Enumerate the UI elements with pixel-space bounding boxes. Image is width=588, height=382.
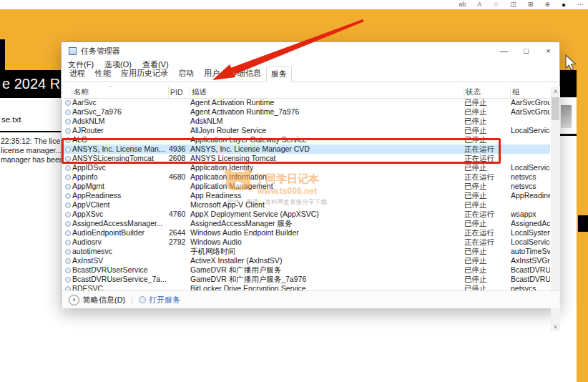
translate-icon[interactable]: ab bbox=[459, 1, 466, 8]
maximize-button[interactable]: □ bbox=[515, 42, 537, 59]
background-divider-line bbox=[0, 131, 61, 132]
cell-description: ANSYS, Inc. License Manager CVD bbox=[190, 145, 464, 154]
service-gear-icon bbox=[65, 156, 71, 162]
table-row[interactable]: AppXSvc4760AppX Deployment Service (AppX… bbox=[64, 210, 550, 219]
table-row[interactable]: ANSYSLicensingTomcat2608ANSYS Licensing … bbox=[64, 154, 550, 163]
table-row[interactable]: AJRouterAllJoyn Router Service已停止LocalSe… bbox=[64, 126, 550, 135]
cell-name: AppMgmt bbox=[72, 182, 169, 191]
scroll-down-icon[interactable]: ∨ bbox=[551, 322, 560, 331]
cell-name: AppReadiness bbox=[72, 191, 169, 200]
service-gear-icon bbox=[65, 137, 71, 143]
cell-name: Audiosrv bbox=[72, 237, 169, 247]
reading-list-icon[interactable]: ◫ bbox=[510, 1, 516, 8]
background-black-block bbox=[560, 70, 577, 97]
cell-group: LocalSystem... bbox=[511, 228, 550, 237]
cell-description: Application Management bbox=[190, 182, 464, 191]
table-row[interactable]: AarSvcAgent Activation Runtime已停止AarSvcG… bbox=[64, 98, 550, 107]
collapse-details-button[interactable]: ∧ bbox=[69, 295, 79, 305]
settings-menu-icon[interactable]: ⋯ bbox=[577, 1, 584, 8]
cell-name: ANSYS, Inc. License Man... bbox=[72, 145, 169, 154]
cell-status: 正在运行 bbox=[464, 172, 511, 182]
cell-status: 已停止 bbox=[464, 191, 511, 200]
tab-应用历史记录[interactable]: 应用历史记录 bbox=[116, 66, 173, 82]
cell-description: AdskNLM bbox=[190, 117, 464, 126]
service-gear-icon bbox=[65, 268, 71, 273]
cell-name: AdskNLM bbox=[72, 117, 169, 126]
table-row[interactable]: BcastDVRUserServiceGameDVR 和广播用户服务已停止Bca… bbox=[64, 265, 550, 275]
table-row[interactable]: AxInstSVActiveX Installer (AxInstSV)已停止A… bbox=[64, 256, 550, 265]
service-gear-icon bbox=[65, 258, 71, 264]
service-gear-icon bbox=[65, 240, 71, 245]
fewer-details-button[interactable]: 简略信息(D) bbox=[83, 295, 125, 305]
column-header-description[interactable]: 描述 bbox=[190, 87, 464, 98]
cell-name: AJRouter bbox=[72, 126, 169, 135]
table-row[interactable]: AudioEndpointBuilder2644Windows Audio En… bbox=[64, 228, 550, 237]
background-window-edge bbox=[0, 39, 5, 70]
cell-name: ALG bbox=[72, 135, 169, 145]
table-row[interactable]: AppReadinessApp Readiness已停止AppReadiness bbox=[64, 191, 550, 200]
tab-用户[interactable]: 用户 bbox=[199, 66, 225, 82]
cell-name: ANSYSLicensingTomcat bbox=[72, 154, 169, 163]
tab-服务[interactable]: 服务 bbox=[266, 67, 292, 82]
footer-bar: ∧ 简略信息(D) | 打开服务 bbox=[62, 290, 559, 308]
task-manager-titlebar[interactable]: 任务管理器 —□× bbox=[62, 42, 559, 59]
service-gear-icon bbox=[65, 249, 71, 255]
cell-status: 已停止 bbox=[464, 126, 511, 135]
cell-description: ANSYS Licensing Tomcat bbox=[190, 154, 464, 163]
cell-pid: 2608 bbox=[169, 154, 190, 163]
table-row[interactable]: ALGApplication Layer Gateway Service已停止 bbox=[64, 135, 550, 145]
service-gear-icon bbox=[65, 100, 71, 106]
cell-description: GameDVR 和广播用户服务_7a976 bbox=[190, 275, 464, 284]
table-row[interactable]: autotimesvc手机网络时间已停止autoTimeSvc bbox=[64, 247, 550, 256]
cell-status: 正在运行 bbox=[464, 154, 511, 163]
extension-badge-icon[interactable]: ● bbox=[562, 1, 566, 9]
minimize-button[interactable]: — bbox=[493, 42, 515, 59]
column-header-name[interactable]: 名称 ˆ bbox=[72, 87, 169, 98]
cell-status: 已停止 bbox=[464, 107, 511, 117]
table-row[interactable]: BcastDVRUserService_7a...GameDVR 和广播用户服务… bbox=[64, 275, 550, 284]
tab-启动[interactable]: 启动 bbox=[173, 66, 199, 82]
cell-description: Agent Activation Runtime_7a976 bbox=[190, 107, 464, 117]
tab-性能[interactable]: 性能 bbox=[90, 66, 116, 82]
table-row[interactable]: AppVClientMicrosoft App-V Client已停止 bbox=[64, 200, 550, 210]
background-log-text: 22:35:12: The licelicense manager...mana… bbox=[1, 137, 61, 168]
service-gear-icon bbox=[65, 184, 71, 190]
cell-status: 已停止 bbox=[464, 219, 511, 228]
task-manager-window: 任务管理器 —□× 文件(F)选项(O)查看(V) 进程性能应用历史记录启动用户… bbox=[61, 41, 560, 308]
cell-status: 已停止 bbox=[464, 163, 511, 172]
close-button[interactable]: × bbox=[537, 42, 559, 59]
cell-description: App Readiness bbox=[190, 191, 464, 200]
extensions-icon[interactable]: ⊕ bbox=[544, 1, 550, 8]
window-title: 任务管理器 bbox=[81, 46, 120, 57]
cell-pid: 4680 bbox=[169, 172, 190, 182]
cell-group: AarSvcGroup bbox=[511, 98, 550, 107]
cell-description: Windows Audio Endpoint Builder bbox=[190, 228, 464, 237]
column-header-pid[interactable]: PID bbox=[169, 87, 190, 98]
table-row[interactable]: Audiosrv2792Windows Audio正在运行LocalServic… bbox=[64, 237, 550, 247]
tab-bar: 进程性能应用历史记录启动用户详细信息服务 bbox=[64, 69, 558, 82]
cell-status: 已停止 bbox=[464, 275, 511, 284]
read-aloud-icon[interactable]: A bbox=[477, 1, 481, 8]
column-header-status[interactable]: 状态 bbox=[464, 87, 511, 98]
table-row[interactable]: AdskNLMAdskNLM已停止 bbox=[64, 117, 550, 126]
scrollbar-thumb[interactable] bbox=[552, 97, 559, 120]
scroll-up-icon[interactable]: ∧ bbox=[551, 87, 560, 96]
table-row[interactable]: AppIDSvcApplication Identity已停止LocalServ… bbox=[64, 163, 550, 172]
log-line: manager has been bbox=[1, 155, 61, 165]
tab-进程[interactable]: 进程 bbox=[64, 66, 90, 82]
tab-详细信息[interactable]: 详细信息 bbox=[225, 66, 266, 82]
collections-icon[interactable]: ⊞ bbox=[528, 1, 534, 8]
table-row[interactable]: ANSYS, Inc. License Man...4936ANSYS, Inc… bbox=[64, 145, 550, 154]
column-header-group[interactable]: 组 bbox=[511, 87, 550, 98]
table-row[interactable]: AarSvc_7a976Agent Activation Runtime_7a9… bbox=[64, 107, 550, 117]
table-row[interactable]: Appinfo4680Application Information正在运行ne… bbox=[64, 172, 550, 182]
open-services-button[interactable]: 打开服务 bbox=[139, 295, 180, 305]
cell-name: AppXSvc bbox=[72, 210, 169, 219]
background-black-patch bbox=[578, 215, 588, 232]
table-row[interactable]: AssignedAccessManager...AssignedAccessMa… bbox=[64, 219, 550, 228]
favorites-star-icon[interactable]: ☆ bbox=[493, 1, 499, 8]
table-row[interactable]: AppMgmtApplication Management已停止netsvcs bbox=[64, 182, 550, 191]
service-gear-icon bbox=[65, 119, 71, 124]
cell-status: 已停止 bbox=[464, 265, 511, 275]
background-window-title: e 2024 R2 bbox=[2, 76, 63, 92]
